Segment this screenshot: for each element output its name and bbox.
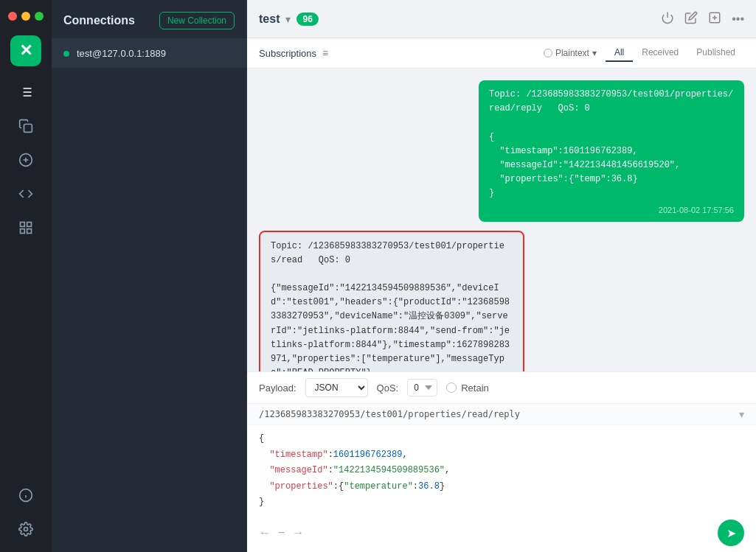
dropdown-arrow-icon[interactable]: ▾ — [285, 13, 291, 25]
payload-format-select[interactable]: JSON Plaintext Base64 Hex — [305, 378, 368, 397]
connection-label: test@127.0.0.1:1889 — [77, 48, 166, 59]
traffic-lights — [0, 9, 52, 29]
svg-rect-5 — [27, 223, 32, 227]
format-selector[interactable]: Plaintext ▾ — [544, 48, 597, 58]
message-sent: Topic: /123685983383270953/test001/prope… — [479, 80, 744, 222]
more-icon[interactable]: ••• — [732, 13, 744, 26]
sidebar-item-code[interactable] — [12, 180, 40, 208]
message-content-received: Topic: /123685983383270953/test001/prope… — [271, 240, 513, 372]
sidebar-item-add[interactable] — [12, 146, 40, 174]
retain-checkbox-icon — [446, 382, 457, 393]
subscriptions-left: Subscriptions ≡ — [259, 47, 328, 59]
minus-icon[interactable]: − — [278, 526, 285, 539]
topbar-right: ••• — [661, 11, 744, 27]
format-chevron-icon: ▾ — [592, 48, 597, 58]
format-label: Plaintext — [555, 48, 589, 58]
new-collection-button[interactable]: New Collection — [159, 12, 235, 29]
sidebar-item-settings[interactable] — [12, 515, 40, 543]
add-icon — [18, 153, 33, 167]
message-received-highlighted: Topic: /123685983383270953/test001/prope… — [259, 231, 524, 372]
connections-title: Connections — [63, 14, 135, 27]
topbar: test ▾ 96 ••• — [247, 0, 756, 38]
code-icon — [18, 186, 33, 201]
message-timestamp-sent: 2021-08-02 17:57:56 — [489, 206, 734, 214]
editor-area[interactable]: { "timestamp":1601196762389, "messageId"… — [247, 425, 756, 517]
topic-bar: /123685983383270953/test001/properties/r… — [247, 404, 756, 425]
maximize-button[interactable] — [35, 12, 44, 21]
sidebar-item-info[interactable] — [12, 481, 40, 509]
svg-rect-4 — [21, 223, 25, 227]
payload-bar: Payload: JSON Plaintext Base64 Hex QoS: … — [247, 372, 756, 404]
filter-tabs: All Received Published — [606, 44, 744, 62]
forward-icon[interactable]: → — [292, 526, 304, 539]
main-area: test ▾ 96 ••• Subscriptions ≡ Plainte — [247, 0, 756, 552]
editor-action-icons: ← − → — [259, 526, 304, 539]
svg-rect-6 — [21, 229, 25, 234]
qos-select[interactable]: 0 1 2 — [407, 379, 437, 396]
send-arrow-icon: ➤ — [726, 526, 736, 540]
close-button[interactable] — [8, 12, 17, 21]
topic-chevron-icon[interactable]: ▾ — [739, 408, 744, 420]
sidebar-item-copy[interactable] — [12, 112, 40, 140]
connections-header: Connections New Collection — [52, 0, 246, 39]
bottom-area: Payload: JSON Plaintext Base64 Hex QoS: … — [247, 371, 756, 552]
send-button[interactable]: ➤ — [718, 520, 744, 546]
subscriptions-label: Subscriptions — [259, 48, 316, 59]
logo-icon: ✕ — [19, 41, 32, 60]
add-window-icon[interactable] — [708, 11, 721, 27]
topbar-left: test ▾ 96 — [259, 13, 319, 26]
edit-icon[interactable] — [684, 11, 698, 27]
tab-published[interactable]: Published — [687, 44, 744, 62]
svg-rect-0 — [24, 125, 32, 133]
subscriptions-bar: Subscriptions ≡ Plaintext ▾ All Received… — [247, 38, 756, 69]
message-content-sent: Topic: /123685983383270953/test001/prope… — [489, 88, 734, 201]
sidebar-item-grid[interactable] — [12, 214, 40, 242]
connection-item[interactable]: test@127.0.0.1:1889 — [52, 39, 246, 68]
connection-status-dot — [63, 51, 69, 57]
retain-label: Retain — [461, 382, 489, 394]
sidebar-item-connections[interactable] — [12, 78, 40, 106]
topic-input[interactable]: /123685983383270953/test001/properties/r… — [259, 409, 520, 419]
editor-bottom-bar: ← − → ➤ — [247, 517, 756, 552]
connections-icon — [18, 85, 33, 99]
grid-icon — [18, 220, 33, 235]
chat-area[interactable]: Topic: /123685983383270953/test001/prope… — [247, 69, 756, 371]
qos-label: QoS: — [377, 382, 399, 394]
sidebar: ✕ — [0, 0, 52, 552]
connection-name: test — [259, 13, 280, 26]
tab-all[interactable]: All — [606, 44, 633, 62]
svg-point-11 — [24, 528, 28, 531]
back-icon[interactable]: ← — [259, 526, 271, 539]
gear-icon — [18, 522, 33, 537]
info-icon — [18, 488, 33, 503]
logo-button[interactable]: ✕ — [10, 35, 41, 66]
list-icon[interactable]: ≡ — [322, 47, 328, 59]
message-count-badge: 96 — [296, 13, 318, 26]
connections-panel: Connections New Collection test@127.0.0.… — [52, 0, 247, 552]
power-icon[interactable] — [661, 11, 674, 27]
minimize-button[interactable] — [21, 12, 30, 21]
tab-received[interactable]: Received — [633, 44, 687, 62]
copy-icon — [18, 119, 33, 133]
retain-option[interactable]: Retain — [446, 382, 489, 394]
svg-rect-7 — [27, 229, 32, 234]
format-indicator-icon — [544, 49, 552, 57]
payload-label: Payload: — [259, 382, 296, 394]
